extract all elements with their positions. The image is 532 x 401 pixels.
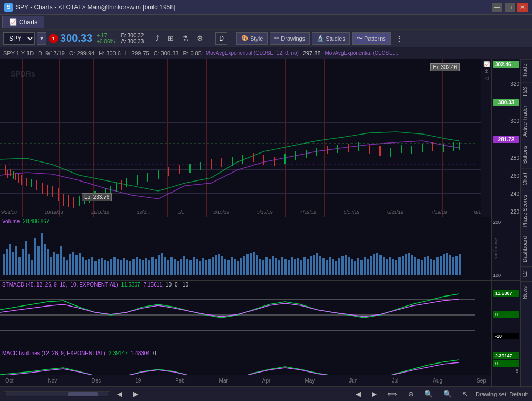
svg-rect-195 bbox=[430, 259, 432, 275]
stmacd-scale: 11.5307 0 -10 bbox=[491, 281, 520, 349]
macd-scale: 2.39147 0 -5 bbox=[491, 349, 520, 386]
scale-280: 280 bbox=[493, 155, 519, 161]
stmacd-badge3: -10 bbox=[493, 333, 519, 339]
svg-rect-130 bbox=[224, 259, 226, 275]
horizontal-scrollbar[interactable] bbox=[4, 391, 110, 397]
svg-rect-89 bbox=[94, 261, 97, 275]
timeframe-button[interactable]: D bbox=[215, 32, 227, 45]
bid-value: B: 300.32 bbox=[121, 33, 144, 39]
toolbar-sep-1 bbox=[148, 32, 148, 45]
cursor-button[interactable]: ↖ bbox=[459, 388, 471, 400]
svg-rect-138 bbox=[250, 253, 252, 275]
svg-rect-187 bbox=[405, 254, 407, 275]
scale-240: 240 bbox=[493, 191, 519, 197]
patterns-button[interactable]: 〜 Patterns bbox=[352, 32, 391, 45]
maximize-button[interactable]: □ bbox=[505, 3, 515, 12]
right-panel: Trade T&S Active Trader Buttons Chart Ph… bbox=[520, 59, 532, 386]
svg-rect-199 bbox=[443, 254, 445, 275]
svg-rect-67 bbox=[25, 241, 27, 275]
stmacd-chart[interactable]: STMACD (45, 12, 26, 9, 10, -10, EXPONENT… bbox=[0, 281, 520, 349]
svg-rect-78 bbox=[60, 246, 62, 275]
svg-rect-95 bbox=[113, 257, 116, 275]
right-panel-phase-scores[interactable]: Phase Scores bbox=[521, 190, 532, 232]
minimize-button[interactable]: — bbox=[492, 3, 502, 12]
svg-rect-105 bbox=[145, 258, 147, 275]
right-panel-trade[interactable]: Trade bbox=[521, 59, 532, 82]
more-button[interactable]: ⋮ bbox=[393, 32, 406, 45]
right-panel-dashboard[interactable]: Dashboard bbox=[521, 232, 532, 266]
price-change-abs: +.17 bbox=[97, 33, 115, 39]
svg-rect-97 bbox=[120, 260, 122, 275]
hi-price-tag: 302.46 bbox=[493, 61, 519, 68]
stmacd-val4: 0 bbox=[175, 282, 178, 288]
stmacd-chart-label: STMACD (45, 12, 26, 9, 10, -10, EXPONENT… bbox=[2, 282, 188, 288]
svg-rect-119 bbox=[189, 260, 192, 275]
title-bar-left: S SPY - Charts - <TOTAL> Main@thinkorswi… bbox=[4, 3, 175, 12]
right-panel-news[interactable]: News bbox=[521, 281, 532, 303]
alert-badge: 1 bbox=[49, 34, 58, 43]
svg-rect-154 bbox=[300, 260, 302, 275]
price-chart[interactable]: SPDRs bbox=[0, 59, 520, 217]
right-panel-l2[interactable]: L2 bbox=[521, 266, 532, 281]
svg-rect-123 bbox=[202, 258, 204, 275]
date-info: D: 9/17/19 bbox=[38, 50, 65, 56]
title-bar: S SPY - Charts - <TOTAL> Main@thinkorswi… bbox=[0, 0, 532, 15]
svg-rect-182 bbox=[389, 257, 391, 275]
share-button[interactable]: ⤴ bbox=[153, 32, 163, 45]
zoom-fit-button[interactable]: ⊕ bbox=[405, 388, 417, 400]
macd-chart[interactable]: MACDTwoLines (12, 26, 9, EXPONENTIAL) 2.… bbox=[0, 349, 520, 386]
scrollbar-thumb[interactable] bbox=[68, 392, 99, 396]
svg-rect-190 bbox=[414, 257, 416, 275]
macd-val1: 2.39147 bbox=[109, 350, 128, 356]
symbol-input[interactable]: SPY bbox=[3, 32, 35, 45]
macd-badge2: 0 bbox=[493, 360, 519, 367]
status-bar: ◀ ▶ ◀ ▶ ⟺ ⊕ 🔍 🔍 ↖ Drawing set: Default bbox=[0, 386, 532, 401]
right-panel-chart[interactable]: Chart bbox=[521, 168, 532, 189]
svg-rect-159 bbox=[316, 253, 318, 275]
scrollbar-track[interactable] bbox=[5, 392, 109, 396]
svg-rect-74 bbox=[47, 249, 49, 275]
right-panel-buttons[interactable]: Buttons bbox=[521, 141, 532, 168]
scroll-left-button[interactable]: ◀ bbox=[114, 388, 126, 400]
settings-button[interactable]: ⚙ bbox=[194, 32, 206, 45]
flask-button[interactable]: ⚗ bbox=[179, 32, 192, 45]
patterns-label: Patterns bbox=[364, 35, 386, 42]
nav-prev-button[interactable]: ◀ bbox=[353, 388, 364, 400]
svg-rect-172 bbox=[357, 258, 359, 275]
svg-rect-191 bbox=[417, 259, 420, 275]
nav-next-button[interactable]: ▶ bbox=[368, 388, 380, 400]
open-info: O: 299.94 bbox=[69, 50, 94, 56]
svg-rect-166 bbox=[338, 258, 340, 275]
drawings-button[interactable]: ✏ Drawings bbox=[270, 32, 310, 45]
svg-rect-82 bbox=[72, 252, 74, 275]
right-panel-ts[interactable]: T&S bbox=[521, 82, 532, 101]
charts-tab[interactable]: 📈 Charts bbox=[2, 16, 44, 28]
studies-button[interactable]: 🔬 Studies bbox=[312, 32, 350, 45]
svg-rect-143 bbox=[265, 257, 268, 275]
zoom-out-button[interactable]: 🔍 bbox=[440, 388, 455, 400]
svg-rect-83 bbox=[75, 255, 78, 275]
svg-rect-121 bbox=[196, 259, 198, 275]
svg-rect-158 bbox=[313, 255, 315, 275]
volume-chart-label: Volume 28,486,867 bbox=[2, 218, 49, 224]
svg-rect-79 bbox=[63, 257, 65, 275]
svg-rect-139 bbox=[253, 252, 255, 275]
current-price: 300.33 bbox=[60, 32, 92, 44]
volume-chart[interactable]: Volume 28,486,867 bbox=[0, 217, 520, 281]
sync-button[interactable]: ⟺ bbox=[384, 388, 401, 400]
zoom-in-button[interactable]: 🔍 bbox=[421, 388, 436, 400]
title-bar-controls[interactable]: — □ ✕ bbox=[492, 3, 528, 12]
svg-rect-186 bbox=[402, 256, 404, 275]
right-panel-active-trader[interactable]: Active Trader bbox=[521, 101, 532, 141]
main-layout: SPDRs bbox=[0, 59, 532, 386]
macd-chart-label: MACDTwoLines (12, 26, 9, EXPONENTIAL) 2.… bbox=[2, 350, 156, 356]
compare-button[interactable]: ⊞ bbox=[165, 32, 177, 45]
style-button[interactable]: 🎨 Style bbox=[236, 32, 268, 45]
close-button[interactable]: ✕ bbox=[517, 3, 528, 12]
svg-rect-72 bbox=[41, 233, 43, 275]
price-change: +.17 +0.06% bbox=[97, 33, 115, 44]
scroll-right-button[interactable]: ▶ bbox=[130, 388, 141, 400]
svg-rect-92 bbox=[104, 260, 106, 275]
symbol-prev-button[interactable]: ▼ bbox=[37, 32, 46, 45]
volume-chart-svg bbox=[0, 217, 491, 280]
